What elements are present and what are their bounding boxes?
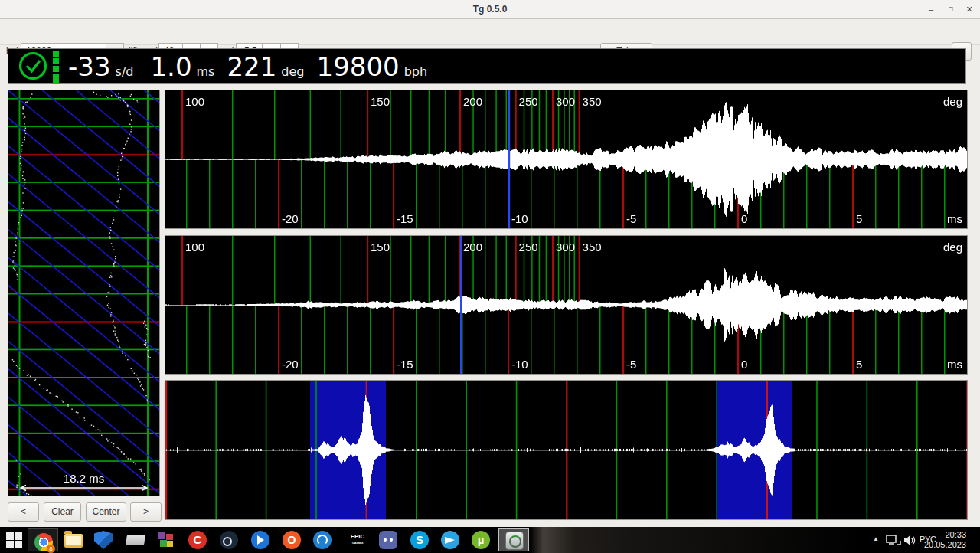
ubisoft-connect-icon[interactable] bbox=[313, 531, 332, 549]
discord-icon[interactable] bbox=[379, 531, 397, 549]
beat-error-unit: ms bbox=[197, 64, 215, 79]
mail-icon[interactable] bbox=[126, 535, 145, 545]
file-explorer-icon[interactable] bbox=[64, 534, 83, 548]
tic-waveform-display bbox=[165, 90, 967, 228]
tray-chevron-icon[interactable]: ▲ bbox=[873, 535, 879, 542]
beat-error-value: 1.0 bbox=[150, 52, 191, 81]
network-icon[interactable] bbox=[886, 534, 901, 546]
origin-icon[interactable]: O bbox=[283, 531, 301, 549]
minimize-button[interactable]: – bbox=[923, 0, 939, 18]
speaker-icon[interactable] bbox=[903, 535, 917, 546]
telegram-icon[interactable] bbox=[441, 531, 459, 549]
close-button[interactable]: ✕ bbox=[962, 0, 977, 18]
toolbar: bph 19800 ▼ lift angle 42 − + cal -5.5 −… bbox=[0, 19, 980, 45]
strip-next-button[interactable]: > bbox=[130, 502, 162, 522]
tray-date: 20.05.2023 bbox=[920, 540, 966, 550]
tray-clock[interactable]: 20:33 20.05.2023 bbox=[920, 530, 966, 550]
toc-waveform-display bbox=[165, 236, 967, 374]
readouts: -33 s/d 1.0 ms 221 deg 19800 bph bbox=[68, 49, 427, 83]
amplitude-unit: deg bbox=[281, 64, 304, 79]
tg-app-icon bbox=[505, 532, 524, 550]
paperstrip-panel bbox=[8, 90, 160, 496]
playnite-icon[interactable] bbox=[251, 531, 270, 549]
chrome-icon: 8 bbox=[34, 533, 53, 551]
taskbar-item-tg-active[interactable] bbox=[498, 528, 529, 551]
tic-waveform-panel bbox=[165, 90, 968, 229]
bph-readout-value: 19800 bbox=[317, 52, 400, 81]
skype-icon[interactable]: S bbox=[410, 531, 429, 549]
title-bar: Tg 0.5.0 – □ ✕ bbox=[0, 0, 980, 19]
maximize-button[interactable]: □ bbox=[943, 0, 959, 18]
vu-meter-bar: -33 s/d 1.0 ms 221 deg 19800 bph bbox=[8, 48, 966, 84]
signal-display bbox=[165, 381, 967, 519]
utorrent-icon[interactable]: µ bbox=[472, 531, 490, 549]
paperstrip-display bbox=[8, 90, 159, 496]
epic-text-bottom: GAMES bbox=[348, 541, 367, 545]
taskbar-wallpaper-smudge bbox=[530, 527, 871, 553]
strip-prev-button[interactable]: < bbox=[8, 502, 39, 522]
window-title: Tg 0.5.0 bbox=[0, 0, 980, 18]
start-button-icon[interactable] bbox=[6, 532, 22, 548]
taskbar-item-chrome[interactable]: 8 bbox=[28, 528, 58, 551]
amplitude-value: 221 bbox=[227, 52, 276, 81]
tray-time: 20:33 bbox=[920, 530, 966, 540]
winrar-icon[interactable] bbox=[157, 531, 175, 549]
bph-readout-unit: bph bbox=[404, 64, 427, 79]
toc-waveform-panel bbox=[165, 235, 968, 375]
chrome-badge: 8 bbox=[47, 545, 55, 553]
epic-text-top: EPIC bbox=[348, 533, 367, 541]
strip-clear-button[interactable]: Clear bbox=[44, 502, 81, 522]
ccleaner-icon[interactable]: C bbox=[188, 531, 207, 549]
signal-ok-icon bbox=[18, 50, 67, 84]
signal-panel bbox=[165, 380, 968, 520]
defender-shield-icon[interactable] bbox=[94, 531, 113, 549]
signal-level-indicator bbox=[53, 51, 59, 84]
rate-unit: s/d bbox=[116, 64, 134, 79]
taskbar: 8 C O EPIC GAMES S µ ▲ РУС bbox=[0, 527, 980, 553]
strip-center-button[interactable]: Center bbox=[86, 502, 126, 522]
steam-icon[interactable] bbox=[220, 531, 238, 549]
rate-value: -33 bbox=[68, 52, 111, 81]
epic-games-icon[interactable]: EPIC GAMES bbox=[348, 531, 367, 549]
